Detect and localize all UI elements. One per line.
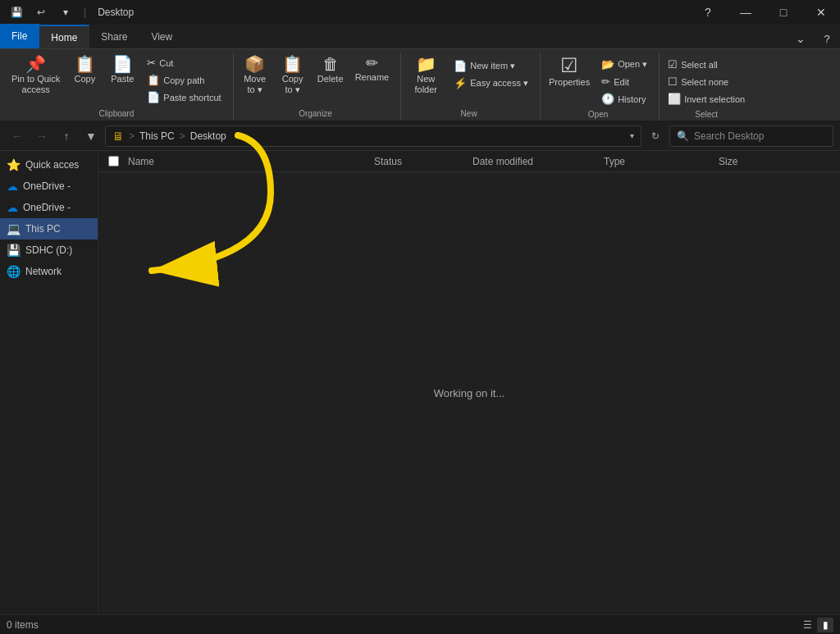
rename-btn[interactable]: ✏ Rename	[350, 52, 395, 84]
qat-undo-btn[interactable]: ↩	[31, 2, 51, 22]
column-header-size[interactable]: Size	[712, 156, 794, 167]
delete-btn[interactable]: 🗑 Delete	[313, 52, 349, 86]
properties-btn[interactable]: ☑ Properties	[544, 52, 595, 89]
select-small-group: ☑ Select all ☐ Select none ⬜ Invert sele…	[663, 52, 750, 107]
select-group: ☑ Select all ☐ Select none ⬜ Invert sele…	[660, 52, 756, 121]
new-folder-label: Newfolder	[414, 74, 437, 95]
clipboard-small-group: ✂ Cut 📋 Copy path 📄 Paste shortcut	[142, 52, 226, 106]
invert-selection-label: Invert selection	[684, 94, 745, 104]
copy-path-label: Copy path	[163, 75, 204, 85]
ribbon: 📌 Pin to Quickaccess 📋 Copy 📄 Paste ✂ Cu…	[0, 49, 840, 121]
content-body: Working on it...	[98, 172, 840, 614]
minimize-btn[interactable]: —	[727, 0, 765, 25]
sidebar-label-onedrive2: OneDrive -	[23, 202, 71, 213]
address-this-pc[interactable]: This PC	[139, 130, 175, 142]
properties-label: Properties	[549, 77, 590, 88]
new-item-btn[interactable]: 📄 New item ▾	[449, 57, 533, 75]
sdhc-icon: 💾	[7, 244, 21, 257]
address-dropdown-icon[interactable]: ▾	[630, 131, 634, 140]
edit-label: Edit	[614, 77, 629, 87]
sidebar-item-onedrive2[interactable]: ☁ OneDrive -	[0, 197, 98, 218]
column-header-name[interactable]: Name	[121, 156, 368, 167]
help-btn[interactable]: ?	[689, 0, 727, 25]
tab-share[interactable]: Share	[89, 25, 139, 48]
easy-access-icon: ⚡	[454, 77, 467, 89]
select-all-btn[interactable]: ☑ Select all	[663, 56, 750, 73]
qat-customize-btn[interactable]: ▾	[56, 2, 75, 22]
up-btn[interactable]: ↑	[56, 125, 77, 147]
open-btn[interactable]: 📂 Open ▾	[596, 56, 652, 73]
history-btn[interactable]: 🕐 History	[596, 90, 652, 107]
select-group-label: Select	[663, 107, 750, 121]
easy-access-label: Easy access ▾	[470, 78, 528, 89]
header-checkbox[interactable]	[105, 156, 121, 166]
new-group-label: New	[404, 106, 533, 121]
view-buttons: ☰ ▮	[799, 618, 833, 632]
pin-quick-access-btn[interactable]: 📌 Pin to Quickaccess	[7, 52, 65, 97]
sidebar-item-network[interactable]: 🌐 Network	[0, 261, 98, 282]
back-btn[interactable]: ←	[7, 125, 28, 147]
select-none-btn[interactable]: ☐ Select none	[663, 73, 750, 90]
new-folder-btn[interactable]: 📁 Newfolder	[404, 52, 447, 97]
select-all-checkbox[interactable]	[108, 156, 119, 166]
sidebar-item-quick-access[interactable]: ⭐ Quick acces	[0, 154, 98, 176]
clipboard-group-label: Clipboard	[7, 106, 226, 121]
search-box[interactable]: 🔍 Search Desktop	[669, 125, 833, 147]
details-view-btn[interactable]: ☰	[799, 618, 815, 632]
search-icon: 🔍	[677, 130, 689, 142]
address-bar[interactable]: 🖥 > This PC > Desktop ▾	[105, 125, 641, 147]
easy-access-btn[interactable]: ⚡ Easy access ▾	[449, 75, 533, 92]
maximize-btn[interactable]: □	[765, 0, 802, 25]
column-header-date[interactable]: Date modified	[466, 156, 597, 167]
sidebar-label-sdhc: SDHC (D:)	[25, 244, 72, 256]
history-icon: 🕐	[601, 93, 614, 105]
cut-icon: ✂	[147, 57, 156, 69]
pin-label: Pin to Quickaccess	[11, 74, 60, 95]
delete-icon: 🗑	[322, 56, 339, 72]
edit-btn[interactable]: ✏ Edit	[596, 73, 652, 90]
tiles-view-btn[interactable]: ▮	[817, 618, 833, 632]
tab-view[interactable]: View	[139, 25, 185, 48]
new-group: 📁 Newfolder 📄 New item ▾ ⚡ Easy access ▾…	[401, 52, 541, 121]
move-to-icon: 📦	[244, 56, 265, 72]
recent-btn[interactable]: ▼	[80, 125, 102, 147]
rename-label: Rename	[355, 72, 390, 83]
close-btn[interactable]: ✕	[802, 0, 840, 25]
new-item-icon: 📄	[454, 60, 467, 72]
open-group-content: ☑ Properties 📂 Open ▾ ✏ Edit 🕐 History	[544, 52, 652, 107]
title-bar: 💾 ↩ ▾ | Desktop ? — □ ✕	[0, 0, 840, 25]
tab-file[interactable]: File	[0, 24, 39, 48]
copy-path-btn[interactable]: 📋 Copy path	[142, 71, 226, 89]
refresh-btn[interactable]: ↻	[645, 125, 666, 147]
delete-label: Delete	[317, 74, 344, 84]
open-group-label: Open	[544, 107, 652, 121]
qat-save-btn[interactable]: 💾	[7, 2, 26, 22]
new-folder-icon: 📁	[416, 56, 436, 72]
column-header-status[interactable]: Status	[368, 156, 466, 167]
copy-btn[interactable]: 📋 Copy	[66, 52, 103, 86]
move-to-btn[interactable]: 📦 Moveto ▾	[237, 52, 273, 97]
content-area: Name Status Date modified Type Size Work…	[98, 151, 840, 614]
paste-shortcut-btn[interactable]: 📄 Paste shortcut	[142, 89, 226, 106]
tab-home[interactable]: Home	[39, 25, 89, 48]
ribbon-collapse-btn[interactable]: ⌄	[791, 29, 810, 48]
cut-btn[interactable]: ✂ Cut	[142, 54, 226, 71]
column-header-type[interactable]: Type	[597, 156, 712, 167]
this-pc-icon: 💻	[7, 222, 21, 235]
organize-group-content: 📦 Moveto ▾ 📋 Copyto ▾ 🗑 Delete ✏ Rename	[237, 52, 395, 106]
new-item-label: New item ▾	[470, 61, 515, 71]
sidebar-label-quick-access: Quick acces	[25, 159, 79, 171]
title-bar-title: Desktop	[98, 7, 134, 18]
status-bar: 0 items ☰ ▮	[0, 614, 840, 634]
invert-selection-btn[interactable]: ⬜ Invert selection	[663, 90, 750, 107]
address-desktop[interactable]: Desktop	[190, 130, 226, 142]
copy-to-btn[interactable]: 📋 Copyto ▾	[275, 52, 311, 97]
title-bar-controls: ? — □ ✕	[689, 0, 840, 25]
sidebar-item-onedrive1[interactable]: ☁ OneDrive -	[0, 176, 98, 197]
ribbon-help-btn[interactable]: ?	[817, 29, 837, 48]
sidebar-item-sdhc[interactable]: 💾 SDHC (D:)	[0, 239, 98, 261]
sidebar-item-this-pc[interactable]: 💻 This PC	[0, 218, 98, 239]
forward-btn[interactable]: →	[31, 125, 52, 147]
paste-btn[interactable]: 📄 Paste	[104, 52, 140, 86]
select-all-label: Select all	[681, 60, 718, 70]
